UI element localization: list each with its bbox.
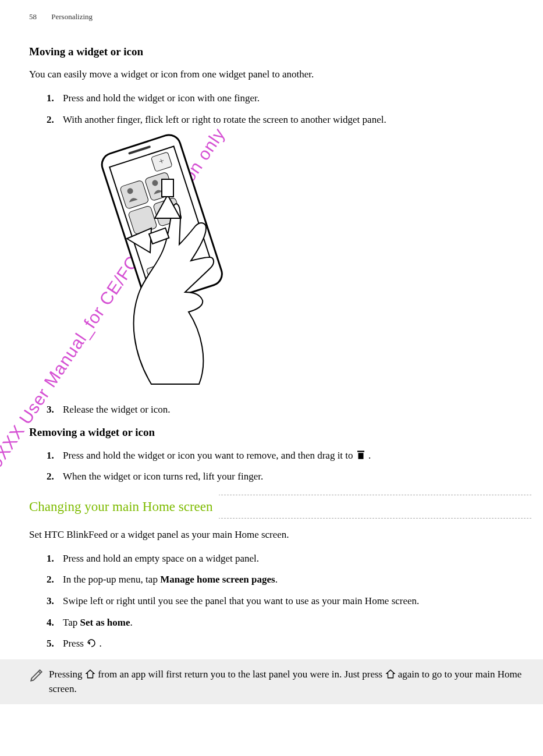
step-number: 1. xyxy=(47,91,63,106)
pen-icon xyxy=(29,668,48,687)
list-item: 2. When the widget or icon turns red, li… xyxy=(47,470,531,484)
step-text: Press and hold the widget or icon with o… xyxy=(63,91,531,106)
step-text: Tap Set as home. xyxy=(63,616,531,630)
heading-changing-home: Changing your main Home screen xyxy=(29,491,219,520)
trash-icon xyxy=(356,450,368,461)
list-item: 1. Press and hold an empty space on a wi… xyxy=(47,552,531,566)
list-item: 1. Press and hold the widget or icon you… xyxy=(47,449,531,463)
step-text: Press and hold an empty space on a widge… xyxy=(63,552,531,566)
list-item: 2. With another finger, flick left or ri… xyxy=(47,113,531,127)
step-number: 3. xyxy=(47,403,63,417)
steps-moving-widget-cont: 3. Release the widget or icon. xyxy=(29,403,531,417)
back-icon xyxy=(86,638,99,649)
note-box: Pressing from an app will first return y… xyxy=(0,659,543,704)
running-header: 58 Personalizing xyxy=(29,12,531,23)
step-text: Release the widget or icon. xyxy=(63,403,531,417)
list-item: 1. Press and hold the widget or icon wit… xyxy=(47,91,531,106)
svg-rect-14 xyxy=(162,179,173,197)
svg-rect-17 xyxy=(357,450,364,452)
steps-changing-home: 1. Press and hold an empty space on a wi… xyxy=(29,552,531,651)
step-text: In the pop-up menu, tap Manage home scre… xyxy=(63,573,531,587)
page-number: 58 xyxy=(29,12,37,21)
intro-changing-home: Set HTC BlinkFeed or a widget panel as y… xyxy=(29,528,531,542)
step-number: 3. xyxy=(47,594,63,609)
list-item: 3. Swipe left or right until you see the… xyxy=(47,594,531,609)
steps-moving-widget: 1. Press and hold the widget or icon wit… xyxy=(29,91,531,127)
step-number: 2. xyxy=(47,573,63,587)
step-text: Swipe left or right until you see the pa… xyxy=(63,594,531,609)
step-number: 1. xyxy=(47,449,63,463)
step-text: When the widget or icon turns red, lift … xyxy=(63,470,531,484)
list-item: 3. Release the widget or icon. xyxy=(47,403,531,417)
heading-removing-widget: Removing a widget or icon xyxy=(29,424,531,441)
list-item: 5. Press . xyxy=(47,637,531,651)
step-number: 2. xyxy=(47,470,63,484)
list-item: 4. Tap Set as home. xyxy=(47,616,531,630)
list-item: 2. In the pop-up menu, tap Manage home s… xyxy=(47,573,531,587)
step-number: 2. xyxy=(47,113,63,127)
section-name: Personalizing xyxy=(51,12,93,21)
step-text: Press . xyxy=(63,637,531,651)
home-icon xyxy=(85,669,98,680)
steps-removing-widget: 1. Press and hold the widget or icon you… xyxy=(29,449,531,484)
step-number: 4. xyxy=(47,616,63,630)
figure-container: + xyxy=(29,134,531,390)
home-icon xyxy=(385,669,398,680)
heading-moving-widget: Moving a widget or icon xyxy=(29,44,531,60)
major-heading-wrap: Changing your main Home screen xyxy=(29,491,531,520)
step-text: Press and hold the widget or icon you wa… xyxy=(63,449,531,463)
step-number: 1. xyxy=(47,552,63,566)
step-text: With another finger, flick left or right… xyxy=(63,113,531,127)
intro-moving-widget: You can easily move a widget or icon fro… xyxy=(29,68,531,82)
note-text: Pressing from an app will first return y… xyxy=(49,668,531,696)
page: 58 Personalizing 0PM9XXX User Manual_for… xyxy=(0,0,543,756)
phone-gesture-illustration: + xyxy=(64,134,233,390)
svg-rect-18 xyxy=(358,453,363,459)
step-number: 5. xyxy=(47,637,63,651)
